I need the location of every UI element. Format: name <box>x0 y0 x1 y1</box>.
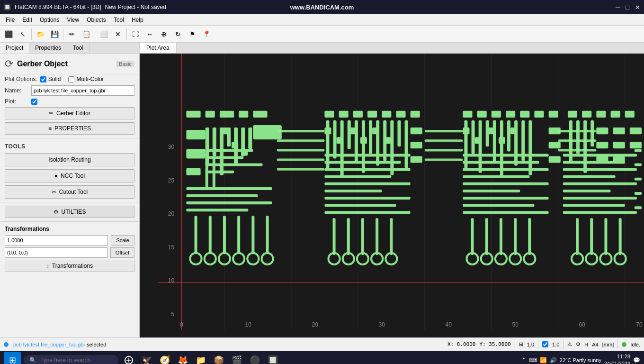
menu-tool[interactable]: Tool <box>110 16 128 24</box>
svg-rect-143 <box>463 211 548 214</box>
notification-icon[interactable]: 💬 <box>633 357 640 364</box>
svg-rect-56 <box>237 216 240 254</box>
svg-rect-115 <box>492 111 501 118</box>
svg-rect-102 <box>411 156 422 163</box>
svg-rect-27 <box>220 111 234 118</box>
scale-button[interactable]: Scale <box>111 235 134 246</box>
toolbar-rotate[interactable]: ↻ <box>171 27 185 41</box>
multicolor-checkbox[interactable] <box>68 76 74 82</box>
window-controls[interactable]: ─ □ ✕ <box>616 4 640 11</box>
svg-text:10: 10 <box>245 321 252 328</box>
network-icon: 📶 <box>540 357 547 364</box>
taskbar-icon-1[interactable] <box>121 353 136 364</box>
taskbar-icon-4[interactable]: 🦊 <box>175 353 190 364</box>
toolbar-new[interactable]: ⬛ <box>2 27 15 41</box>
close-button[interactable]: ✕ <box>635 4 640 11</box>
plot-area-tab[interactable]: Plot Area <box>140 43 177 53</box>
toolbar-rect[interactable]: ⬜ <box>97 27 110 41</box>
svg-rect-141 <box>463 197 548 200</box>
properties-button[interactable]: ≡ PROPERTIES <box>5 122 134 135</box>
menu-edit[interactable]: Edit <box>18 16 36 24</box>
menu-objects[interactable]: Objects <box>83 16 110 24</box>
toolbar-zoom-ext[interactable]: ↔ <box>143 27 156 41</box>
toolbar-pen[interactable]: ✏ <box>65 27 79 41</box>
svg-rect-177 <box>563 175 616 178</box>
divider-3 <box>0 221 139 222</box>
taskbar-icon-7[interactable]: 🎬 <box>229 353 244 364</box>
taskbar-icon-5[interactable]: 📁 <box>193 353 208 364</box>
gerber-editor-button[interactable]: ✏ Gerber Editor <box>5 107 134 119</box>
menu-file[interactable]: File <box>2 16 18 24</box>
tab-tool[interactable]: Tool <box>67 43 89 54</box>
svg-rect-203 <box>425 149 463 151</box>
svg-rect-62 <box>186 209 248 211</box>
toolbar-save[interactable]: 💾 <box>48 27 61 41</box>
units-checkbox[interactable] <box>542 341 548 347</box>
plot-checkbox[interactable] <box>31 99 37 105</box>
idle-status: Idle. <box>630 342 640 347</box>
scale-input[interactable] <box>5 235 108 246</box>
ncc-tool-button[interactable]: ● NCC Tool <box>5 169 134 182</box>
isolation-routing-button[interactable]: Isolation Routing <box>5 153 134 166</box>
pencil-icon: ✏ <box>49 110 54 117</box>
solid-label: Solid <box>48 76 61 82</box>
name-input[interactable] <box>31 85 134 96</box>
svg-rect-201 <box>425 130 463 132</box>
solid-checkbox[interactable] <box>40 76 46 82</box>
toolbar-target[interactable]: ⊕ <box>157 27 170 41</box>
svg-rect-132 <box>487 127 493 134</box>
offset-button[interactable]: Offset <box>110 247 134 258</box>
svg-rect-57 <box>251 216 254 254</box>
svg-rect-179 <box>563 190 611 192</box>
menu-view[interactable]: View <box>63 16 83 24</box>
taskbar-icon-2[interactable]: 🦅 <box>139 353 154 364</box>
svg-rect-173 <box>590 120 594 146</box>
svg-rect-117 <box>520 111 529 118</box>
minimize-button[interactable]: ─ <box>616 4 620 11</box>
svg-rect-194 <box>635 192 642 195</box>
toolbar-sep-1 <box>31 28 32 40</box>
taskbar-icon-9[interactable]: 🔲 <box>265 353 280 364</box>
offset-input[interactable] <box>5 247 107 258</box>
toolbar-delete[interactable]: ✕ <box>111 27 125 41</box>
toolbar-pin[interactable]: 📍 <box>200 27 213 41</box>
transformations-button[interactable]: ↕ Transformations <box>5 260 134 272</box>
solid-checkbox-label[interactable]: Solid <box>40 76 61 82</box>
app-title: FlatCAM 8.994 BETA - 64bit - [3D] <box>15 4 101 10</box>
svg-rect-178 <box>563 182 637 185</box>
menu-help[interactable]: Help <box>128 16 147 24</box>
tab-project[interactable]: Project <box>0 43 29 54</box>
divider-1 <box>0 138 139 138</box>
start-button[interactable]: ⊞ <box>4 352 21 364</box>
svg-rect-171 <box>576 120 580 154</box>
toolbar-open[interactable]: 📁 <box>34 27 47 41</box>
svg-text:5: 5 <box>171 311 175 318</box>
toolbar-cursor[interactable]: ↖ <box>16 27 29 41</box>
taskbar-icon-3[interactable]: 🧭 <box>157 353 172 364</box>
keyboard-icon: ⌨ <box>529 357 537 364</box>
taskbar-icon-6[interactable]: 📦 <box>211 353 226 364</box>
panel-header: ⟳ Gerber Object Basic <box>0 54 139 74</box>
utilities-button[interactable]: ⚙ UTILTIES <box>5 206 134 218</box>
plot-canvas[interactable]: Dx: 8.0000 [mm] Dy: 35.0000 [mm] X: 8.00… <box>140 54 644 337</box>
cutout-tool-button[interactable]: ✂ Cutout Tool <box>5 185 134 199</box>
status-bar: pcb lyk test file_copper_top.gbr selecte… <box>0 337 644 351</box>
tab-properties[interactable]: Properties <box>29 43 67 54</box>
toolbar-zoom-fit[interactable]: ⛶ <box>129 27 142 41</box>
svg-rect-188 <box>590 218 593 255</box>
toolbar-copy[interactable]: 📋 <box>80 27 93 41</box>
maximize-button[interactable]: □ <box>626 4 629 11</box>
search-input[interactable] <box>40 357 107 364</box>
svg-rect-112 <box>390 218 393 255</box>
menu-options[interactable]: Options <box>36 16 63 24</box>
toolbar-flag[interactable]: ⚑ <box>186 27 199 41</box>
svg-rect-85 <box>324 154 410 156</box>
taskbar-icon-8[interactable]: ⚫ <box>247 353 262 364</box>
svg-rect-109 <box>347 218 350 255</box>
svg-rect-28 <box>239 111 248 118</box>
taskbar-search[interactable]: 🔍 <box>24 355 118 364</box>
cutout-icon: ✂ <box>52 189 56 195</box>
svg-rect-162 <box>596 127 608 134</box>
multicolor-checkbox-label[interactable]: Multi-Color <box>68 76 104 82</box>
svg-rect-181 <box>563 204 625 207</box>
